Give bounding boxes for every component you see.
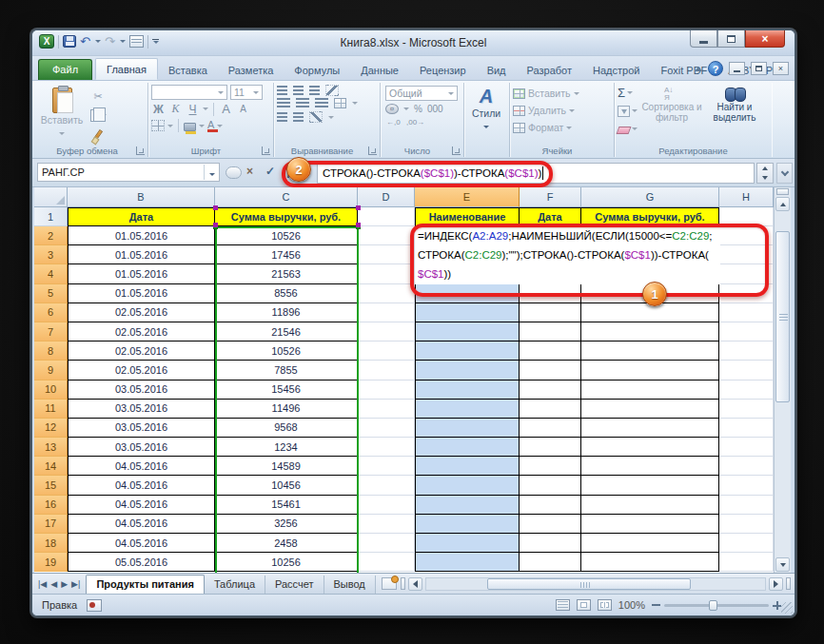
paste-button[interactable]: Вставить <box>39 85 85 137</box>
cell-C17[interactable]: 3256 <box>215 515 358 534</box>
cell-C6[interactable]: 11896 <box>215 303 358 322</box>
cell-F11[interactable] <box>520 400 581 419</box>
format-cells-button[interactable]: Формат <box>513 119 611 136</box>
row-header-6[interactable]: 6 <box>34 303 68 322</box>
cell-G12[interactable] <box>581 419 719 438</box>
decrease-decimal-icon[interactable]: ,00→ <box>405 117 421 127</box>
percent-button[interactable]: % <box>414 104 422 114</box>
cell-D6[interactable] <box>358 303 415 322</box>
row-header-14[interactable]: 14 <box>34 457 68 476</box>
cell-H19[interactable] <box>719 553 774 572</box>
cancel-entry-button[interactable]: × <box>246 165 253 178</box>
cell-D12[interactable] <box>358 419 415 438</box>
cell-B7[interactable]: 02.05.2016 <box>68 322 215 342</box>
cell-F14[interactable] <box>520 457 581 476</box>
align-middle-icon[interactable] <box>293 86 304 96</box>
cell-B15[interactable]: 04.05.2016 <box>68 476 215 495</box>
align-top-icon[interactable] <box>277 86 287 96</box>
row-header-2[interactable]: 2 <box>34 226 68 245</box>
cell-G7[interactable] <box>581 322 719 342</box>
cell-B4[interactable]: 01.05.2016 <box>68 264 215 283</box>
zoom-thumb[interactable] <box>709 600 717 611</box>
name-box-dropdown-icon[interactable] <box>204 165 215 180</box>
cell-B19[interactable]: 05.05.2016 <box>68 553 215 572</box>
cell-G13[interactable] <box>581 438 719 457</box>
cell-E15[interactable] <box>415 476 520 495</box>
cell-C2[interactable]: 10526 <box>215 226 358 245</box>
cell-B5[interactable]: 01.05.2016 <box>68 284 215 303</box>
align-right-icon[interactable] <box>315 98 328 108</box>
number-dialog-launcher-icon[interactable] <box>452 146 461 155</box>
cell-D2[interactable] <box>358 226 415 245</box>
restore-button[interactable] <box>717 30 745 48</box>
macro-record-icon[interactable] <box>87 599 102 612</box>
decrease-indent-icon[interactable] <box>277 112 287 123</box>
minimize-button[interactable] <box>690 30 717 48</box>
cell-C8[interactable]: 10526 <box>215 342 358 361</box>
split-handle[interactable] <box>776 188 789 195</box>
cell-D1[interactable] <box>358 207 415 226</box>
cell-H15[interactable] <box>719 476 774 495</box>
col-header-D[interactable]: D <box>358 187 415 207</box>
col-header-B[interactable]: B <box>68 187 215 207</box>
zoom-out-icon[interactable] <box>652 604 660 606</box>
cell-C13[interactable]: 1234 <box>215 438 358 457</box>
cell-D17[interactable] <box>358 515 415 534</box>
cell-C1[interactable]: Сумма выручки, руб. <box>215 207 358 226</box>
row-header-17[interactable]: 17 <box>34 515 68 534</box>
cell-B17[interactable]: 04.05.2016 <box>68 515 215 534</box>
cell-G15[interactable] <box>581 476 719 495</box>
cell-E12[interactable] <box>415 419 520 438</box>
cell-D9[interactable] <box>358 361 415 380</box>
sheet-nav-last-icon[interactable]: ▶| <box>71 579 80 589</box>
cell-H9[interactable] <box>719 361 774 380</box>
horizontal-scroll-thumb[interactable] <box>487 578 691 590</box>
cell-C19[interactable]: 10256 <box>215 553 358 572</box>
cell-H14[interactable] <box>719 457 774 476</box>
cell-E19[interactable] <box>415 553 520 572</box>
wrap-text-icon[interactable] <box>309 111 323 123</box>
increase-decimal-icon[interactable]: ←,0 <box>385 117 401 127</box>
cell-F18[interactable] <box>520 534 581 553</box>
cell-E8[interactable] <box>415 342 520 361</box>
italic-button[interactable]: К <box>168 102 183 116</box>
cell-F7[interactable] <box>520 322 581 342</box>
horizontal-scroll-track[interactable] <box>425 577 766 591</box>
row-header-12[interactable]: 12 <box>34 419 68 438</box>
cell-E13[interactable] <box>415 438 520 457</box>
align-center-icon[interactable] <box>296 98 309 108</box>
cell-H6[interactable] <box>719 303 774 322</box>
ribbon-tab-данные[interactable]: Данные <box>350 60 409 80</box>
cell-D5[interactable] <box>358 284 415 303</box>
cell-B11[interactable]: 03.05.2016 <box>68 400 215 419</box>
sheet-tab-таблица[interactable]: Таблица <box>205 576 265 594</box>
cell-F15[interactable] <box>520 476 581 495</box>
cell-G18[interactable] <box>581 534 719 553</box>
cell-B9[interactable]: 02.05.2016 <box>68 361 215 380</box>
cell-B14[interactable]: 04.05.2016 <box>68 457 215 476</box>
row-header-9[interactable]: 9 <box>34 361 68 380</box>
cell-G11[interactable] <box>581 400 719 419</box>
grow-font-button[interactable]: А <box>219 102 233 116</box>
delete-cells-button[interactable]: Удалить <box>513 102 611 119</box>
undo-icon[interactable]: ↶ <box>80 35 90 49</box>
cell-H7[interactable] <box>719 322 774 342</box>
cell-H13[interactable] <box>719 438 774 457</box>
cell-E16[interactable] <box>415 496 520 515</box>
cell-C10[interactable]: 15456 <box>215 381 358 400</box>
number-format-combo[interactable]: Общий <box>385 86 458 101</box>
row-header-15[interactable]: 15 <box>34 476 68 495</box>
cell-B18[interactable]: 04.05.2016 <box>68 534 215 553</box>
vertical-scroll-thumb[interactable] <box>775 231 790 402</box>
row-header-18[interactable]: 18 <box>34 534 68 553</box>
row-header-11[interactable]: 11 <box>34 400 68 419</box>
row-header-10[interactable]: 10 <box>34 381 68 400</box>
underline-button[interactable]: Ч <box>186 103 200 116</box>
cell-B3[interactable]: 01.05.2016 <box>68 245 215 264</box>
scroll-down-icon[interactable] <box>775 557 790 572</box>
cell-E17[interactable] <box>415 515 520 534</box>
styles-button[interactable]: А Стили <box>467 85 505 130</box>
cell-D14[interactable] <box>358 457 415 476</box>
ribbon-tab-надстрой[interactable]: Надстрой <box>582 60 650 80</box>
cell-H10[interactable] <box>719 381 774 400</box>
